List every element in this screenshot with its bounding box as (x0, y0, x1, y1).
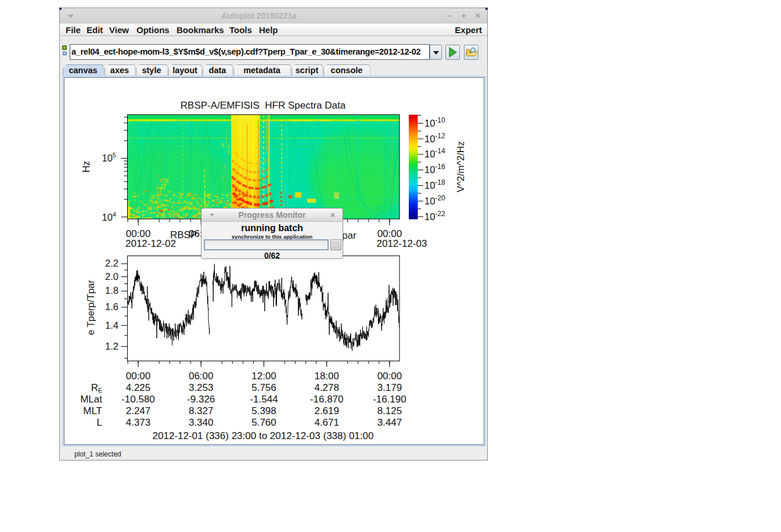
svg-text:2012-12-01 (336) 23:00 to 2012: 2012-12-01 (336) 23:00 to 2012-12-03 (33… (153, 430, 374, 441)
svg-text:RE: RE (91, 382, 102, 394)
svg-text:8.327: 8.327 (189, 405, 214, 416)
svg-text:RBSP-A/EMFISIS HFR Spectra Da: RBSP-A/EMFISIS HFR Spectra Data (181, 100, 346, 111)
svg-text:06:00: 06:00 (189, 371, 214, 382)
svg-text:5.398: 5.398 (251, 405, 276, 416)
svg-text:4.373: 4.373 (126, 417, 151, 428)
svg-text:2012-12-03: 2012-12-03 (377, 238, 427, 249)
svg-text:8.125: 8.125 (377, 405, 402, 416)
svg-text:par: par (342, 230, 357, 241)
svg-text:MLat: MLat (80, 394, 102, 405)
svg-text:10-20: 10-20 (424, 194, 445, 206)
svg-text:1.8: 1.8 (105, 285, 118, 296)
svg-text:00:00: 00:00 (377, 371, 402, 382)
svg-text:10-10: 10-10 (424, 116, 445, 128)
svg-text:18:00: 18:00 (314, 371, 339, 382)
svg-text:10-22: 10-22 (424, 210, 445, 222)
svg-text:00:00: 00:00 (126, 371, 151, 382)
svg-text:5.760: 5.760 (251, 417, 276, 428)
svg-text:e Tperp/Tpar: e Tperp/Tpar (85, 279, 96, 335)
svg-text:3.253: 3.253 (189, 382, 214, 393)
svg-text:1.4: 1.4 (105, 320, 118, 330)
svg-text:1.2: 1.2 (105, 341, 118, 351)
svg-text:3.179: 3.179 (377, 382, 402, 393)
svg-text:12:00: 12:00 (251, 371, 276, 382)
svg-text:10-12: 10-12 (424, 132, 445, 144)
svg-text:3.447: 3.447 (377, 417, 402, 428)
svg-text:2.247: 2.247 (126, 405, 151, 416)
svg-text:10-16: 10-16 (424, 163, 445, 175)
svg-text:MLT: MLT (83, 405, 102, 416)
svg-text:-10.580: -10.580 (121, 394, 155, 405)
svg-text:RBSP: RBSP (170, 229, 197, 240)
svg-text:L: L (97, 417, 102, 428)
svg-text:10-14: 10-14 (424, 147, 445, 159)
svg-text:4.671: 4.671 (314, 417, 339, 428)
svg-text:-16.190: -16.190 (373, 394, 406, 405)
svg-text:Hz: Hz (81, 161, 91, 172)
svg-text:2.0: 2.0 (105, 271, 118, 282)
svg-text:4.278: 4.278 (314, 382, 339, 393)
svg-text:-9.326: -9.326 (187, 394, 215, 405)
svg-text:-1.544: -1.544 (250, 394, 278, 405)
svg-text:104: 104 (102, 211, 116, 222)
svg-text:3.340: 3.340 (189, 417, 214, 428)
svg-text:2.619: 2.619 (314, 405, 339, 416)
svg-text:2012-12-02: 2012-12-02 (125, 238, 176, 249)
svg-text:2.2: 2.2 (105, 258, 118, 268)
svg-text:5.756: 5.756 (251, 382, 276, 393)
svg-text:105: 105 (102, 152, 116, 163)
svg-text:V^2/m^2/Hz: V^2/m^2/Hz (455, 141, 466, 192)
svg-text:1.6: 1.6 (105, 301, 118, 312)
svg-text:-16.870: -16.870 (310, 394, 344, 405)
svg-text:4.225: 4.225 (126, 382, 151, 393)
svg-text:10-18: 10-18 (424, 178, 445, 190)
